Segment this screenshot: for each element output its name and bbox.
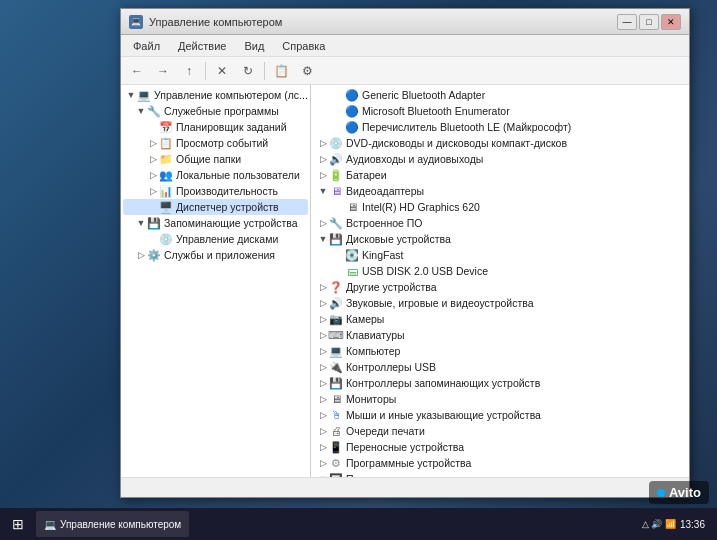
toggle-folders[interactable]: ▷ xyxy=(147,153,159,165)
label-monitors: Мониторы xyxy=(346,393,396,405)
tree-item-perf[interactable]: ▷ 📊 Производительность xyxy=(123,183,308,199)
icon-devmgr: 🖥️ xyxy=(159,200,173,214)
menu-help[interactable]: Справка xyxy=(274,38,333,54)
toggle-print[interactable]: ▷ xyxy=(317,425,329,437)
tree-item-bt3[interactable]: ▷ 🔵 Перечислитель Bluetooth LE (Майкросо… xyxy=(313,119,687,135)
label-firmware: Встроенное ПО xyxy=(346,217,423,229)
right-panel[interactable]: ▷ 🔵 Generic Bluetooth Adapter ▷ 🔵 Micros… xyxy=(311,85,689,477)
tree-item-usb-ctrl[interactable]: ▷ 🔌 Контроллеры USB xyxy=(313,359,687,375)
icon-battery: 🔋 xyxy=(329,168,343,182)
tree-item-services[interactable]: ▼ 🔧 Служебные программы xyxy=(123,103,308,119)
label-keyboards: Клавиатуры xyxy=(346,329,405,341)
toggle-events[interactable]: ▷ xyxy=(147,137,159,149)
icon-computer-node: 💻 xyxy=(329,344,343,358)
toggle-sound[interactable]: ▷ xyxy=(317,297,329,309)
menu-file[interactable]: Файл xyxy=(125,38,168,54)
icon-monitors: 🖥 xyxy=(329,392,343,406)
tree-item-root[interactable]: ▼ 💻 Управление компьютером (лс... xyxy=(123,87,308,103)
toggle-portable[interactable]: ▷ xyxy=(317,441,329,453)
tree-item-battery[interactable]: ▷ 🔋 Батареи xyxy=(313,167,687,183)
toggle-computer[interactable]: ▷ xyxy=(317,345,329,357)
tree-item-software[interactable]: ▷ ⚙ Программные устройства xyxy=(313,455,687,471)
tree-item-print[interactable]: ▷ 🖨 Очереди печати xyxy=(313,423,687,439)
stop-button[interactable]: ✕ xyxy=(210,60,234,82)
menu-action[interactable]: Действие xyxy=(170,38,234,54)
refresh-button[interactable]: ↻ xyxy=(236,60,260,82)
toggle-svcapp[interactable]: ▷ xyxy=(135,249,147,261)
minimize-button[interactable]: — xyxy=(617,14,637,30)
properties-button[interactable]: 📋 xyxy=(269,60,293,82)
toggle-other[interactable]: ▷ xyxy=(317,281,329,293)
toggle-dvd[interactable]: ▷ xyxy=(317,137,329,149)
toggle-firmware[interactable]: ▷ xyxy=(317,217,329,229)
icon-computer: 💻 xyxy=(137,88,151,102)
tree-item-disks[interactable]: ▼ 💾 Дисковые устройства xyxy=(313,231,687,247)
up-button[interactable]: ↑ xyxy=(177,60,201,82)
tree-item-intel-gpu[interactable]: ▷ 🖥 Intel(R) HD Graphics 620 xyxy=(313,199,687,215)
icon-services: 🔧 xyxy=(147,104,161,118)
tree-item-storage-ctrl[interactable]: ▷ 💾 Контроллеры запоминающих устройств xyxy=(313,375,687,391)
toggle-monitors[interactable]: ▷ xyxy=(317,393,329,405)
toggle-usb-ctrl[interactable]: ▷ xyxy=(317,361,329,373)
tree-item-computer[interactable]: ▷ 💻 Компьютер xyxy=(313,343,687,359)
taskbar-app-item[interactable]: 💻 Управление компьютером xyxy=(36,511,189,537)
toggle-storage-ctrl[interactable]: ▷ xyxy=(317,377,329,389)
tree-item-devmgr[interactable]: ▷ 🖥️ Диспетчер устройств xyxy=(123,199,308,215)
toggle-mice[interactable]: ▷ xyxy=(317,409,329,421)
icon-folders: 📁 xyxy=(159,152,173,166)
tree-item-firmware[interactable]: ▷ 🔧 Встроенное ПО xyxy=(313,215,687,231)
tree-item-diskmgmt[interactable]: ▷ 💿 Управление дисками xyxy=(123,231,308,247)
tree-item-mice[interactable]: ▷ 🖱 Мыши и иные указывающие устройства xyxy=(313,407,687,423)
toggle-root[interactable]: ▼ xyxy=(125,89,137,101)
toggle-perf[interactable]: ▷ xyxy=(147,185,159,197)
tree-item-dvd[interactable]: ▷ 💿 DVD-дисководы и дисководы компакт-ди… xyxy=(313,135,687,151)
tree-item-bt2[interactable]: ▷ 🔵 Microsoft Bluetooth Enumerator xyxy=(313,103,687,119)
label-kingfast: KingFast xyxy=(362,249,403,261)
tree-item-bt1[interactable]: ▷ 🔵 Generic Bluetooth Adapter xyxy=(313,87,687,103)
settings-button[interactable]: ⚙ xyxy=(295,60,319,82)
menu-bar: Файл Действие Вид Справка xyxy=(121,35,689,57)
tree-item-usbdisk[interactable]: ▷ 🖴 USB DISK 2.0 USB Device xyxy=(313,263,687,279)
toggle-cameras[interactable]: ▷ xyxy=(317,313,329,325)
toggle-software[interactable]: ▷ xyxy=(317,457,329,469)
tree-item-cameras[interactable]: ▷ 📷 Камеры xyxy=(313,311,687,327)
icon-events: 📋 xyxy=(159,136,173,150)
tree-item-svcapp[interactable]: ▷ ⚙️ Службы и приложения xyxy=(123,247,308,263)
tree-item-other[interactable]: ▷ ❓ Другие устройства xyxy=(313,279,687,295)
menu-view[interactable]: Вид xyxy=(236,38,272,54)
toggle-storage[interactable]: ▼ xyxy=(135,217,147,229)
close-button[interactable]: ✕ xyxy=(661,14,681,30)
forward-button[interactable]: → xyxy=(151,60,175,82)
left-panel[interactable]: ▼ 💻 Управление компьютером (лс... ▼ 🔧 Сл… xyxy=(121,85,311,477)
back-button[interactable]: ← xyxy=(125,60,149,82)
titlebar: 💻 Управление компьютером — □ ✕ xyxy=(121,9,689,35)
toggle-users[interactable]: ▷ xyxy=(147,169,159,181)
tree-item-monitors[interactable]: ▷ 🖥 Мониторы xyxy=(313,391,687,407)
tree-item-keyboards[interactable]: ▷ ⌨ Клавиатуры xyxy=(313,327,687,343)
start-button[interactable]: ⊞ xyxy=(4,510,32,538)
tree-item-portable[interactable]: ▷ 📱 Переносные устройства xyxy=(313,439,687,455)
toggle-disks[interactable]: ▼ xyxy=(317,233,329,245)
tree-item-kingfast[interactable]: ▷ 💽 KingFast xyxy=(313,247,687,263)
tree-item-folders[interactable]: ▷ 📁 Общие папки xyxy=(123,151,308,167)
icon-intel-gpu: 🖥 xyxy=(345,200,359,214)
tree-item-events[interactable]: ▷ 📋 Просмотр событий xyxy=(123,135,308,151)
tree-item-users[interactable]: ▷ 👥 Локальные пользователи xyxy=(123,167,308,183)
toggle-audio-io[interactable]: ▷ xyxy=(317,153,329,165)
label-disks: Дисковые устройства xyxy=(346,233,451,245)
label-users: Локальные пользователи xyxy=(176,169,300,181)
toggle-battery[interactable]: ▷ xyxy=(317,169,329,181)
maximize-button[interactable]: □ xyxy=(639,14,659,30)
toggle-video[interactable]: ▼ xyxy=(317,185,329,197)
clock-time: 13:36 xyxy=(680,519,705,530)
tree-item-video[interactable]: ▼ 🖥 Видеоадаптеры xyxy=(313,183,687,199)
label-folders: Общие папки xyxy=(176,153,241,165)
tree-item-sound[interactable]: ▷ 🔊 Звуковые, игровые и видеоустройства xyxy=(313,295,687,311)
tree-item-scheduler[interactable]: ▷ 📅 Планировщик заданий xyxy=(123,119,308,135)
tree-item-audio-io[interactable]: ▷ 🔊 Аудиовходы и аудиовыходы xyxy=(313,151,687,167)
label-events: Просмотр событий xyxy=(176,137,268,149)
toggle-services[interactable]: ▼ xyxy=(135,105,147,117)
tree-item-storage[interactable]: ▼ 💾 Запоминающие устройства xyxy=(123,215,308,231)
label-dvd: DVD-дисководы и дисководы компакт-дисков xyxy=(346,137,567,149)
label-computer: Компьютер xyxy=(346,345,400,357)
